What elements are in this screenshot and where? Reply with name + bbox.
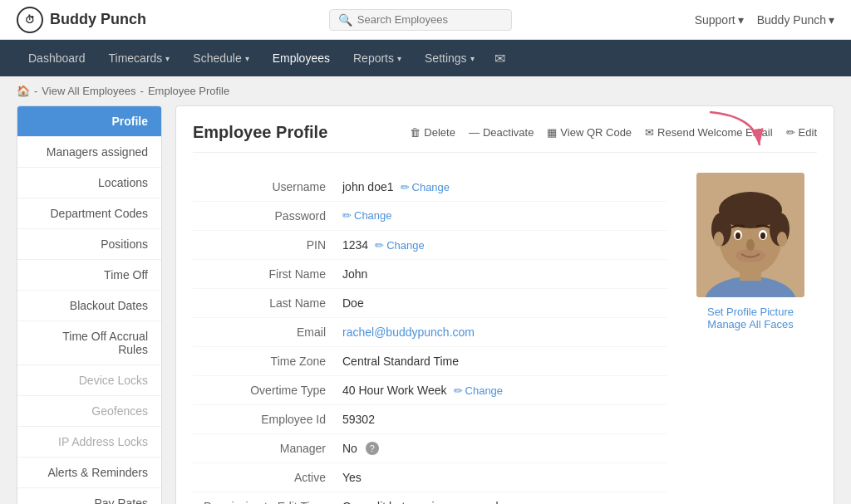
help-icon[interactable]: ? [366, 442, 379, 455]
edit-button[interactable]: ✏ Edit [786, 126, 817, 139]
password-change-link[interactable]: ✏ Change [342, 209, 392, 222]
main-layout: Profile Managers assigned Locations Depa… [0, 105, 851, 504]
logo: ⏱ Buddy Punch [17, 7, 146, 33]
profile-fields: Username john doe1 ✏ Change Password [193, 173, 667, 504]
svg-point-13 [735, 249, 765, 262]
resend-email-button[interactable]: ✉ Resend Welcome Email [645, 126, 772, 139]
overtime-change-link[interactable]: ✏ Change [454, 384, 504, 397]
svg-point-12 [746, 239, 755, 251]
svg-point-11 [760, 232, 765, 239]
field-first-name: First Name John [193, 260, 667, 289]
pencil-icon: ✏ [401, 181, 410, 193]
sidebar-item-profile[interactable]: Profile [17, 106, 161, 137]
sidebar-item-device-locks[interactable]: Device Locks [17, 365, 161, 396]
edit-icon: ✏ [786, 126, 795, 139]
view-qr-button[interactable]: ▦ View QR Code [547, 126, 632, 139]
field-manager: Manager No ? [193, 434, 667, 463]
svg-point-14 [714, 232, 724, 247]
profile-header: Employee Profile 🗑 Delete — Deactivate ▦… [193, 123, 817, 153]
deactivate-icon: — [469, 126, 480, 139]
search-input[interactable] [357, 13, 503, 26]
set-profile-picture-link[interactable]: Set Profile Picture [684, 306, 817, 318]
nav-bar: Dashboard Timecards▾ Schedule▾ Employees… [0, 40, 851, 76]
breadcrumb: 🏠 - View All Employees - Employee Profil… [0, 76, 851, 105]
svg-point-15 [777, 232, 787, 247]
chevron-down-icon: ▾ [165, 54, 170, 63]
top-links: Support ▾ Buddy Punch ▾ [695, 13, 834, 27]
sidebar-item-managers[interactable]: Managers assigned [17, 137, 161, 168]
chevron-down-icon: ▾ [470, 54, 475, 63]
pencil-icon: ✏ [454, 384, 463, 397]
sidebar-item-locations[interactable]: Locations [17, 168, 161, 198]
logo-text: Buddy Punch [50, 11, 146, 28]
profile-body: Username john doe1 ✏ Change Password [193, 173, 817, 504]
pencil-icon: ✏ [375, 239, 384, 252]
profile-title: Employee Profile [193, 123, 327, 142]
nav-timecards[interactable]: Timecards▾ [97, 40, 182, 76]
nav-schedule[interactable]: Schedule▾ [181, 40, 260, 76]
profile-actions: 🗑 Delete — Deactivate ▦ View QR Code ✉ R… [410, 126, 817, 139]
field-employee-id: Employee Id 59302 [193, 405, 667, 434]
pin-change-link[interactable]: ✏ Change [375, 239, 425, 252]
delete-button[interactable]: 🗑 Delete [410, 126, 455, 139]
field-email: Email rachel@buddypunch.com [193, 318, 667, 347]
breadcrumb-view-all[interactable]: View All Employees [42, 85, 135, 97]
sidebar-item-department-codes[interactable]: Department Codes [17, 198, 161, 229]
picture-links: Set Profile Picture Manage All Faces [684, 306, 817, 330]
field-pin: PIN 1234 ✏ Change [193, 231, 667, 260]
chevron-down-icon: ▾ [245, 54, 249, 63]
user-menu[interactable]: Buddy Punch ▾ [757, 13, 834, 27]
home-icon[interactable]: 🏠 [17, 85, 30, 97]
sidebar-item-time-off[interactable]: Time Off [17, 260, 161, 291]
nav-employees[interactable]: Employees [261, 40, 342, 76]
sidebar-item-positions[interactable]: Positions [17, 229, 161, 260]
field-active: Active Yes [193, 463, 667, 492]
sidebar-item-pay-rates[interactable]: Pay Rates [17, 488, 161, 504]
avatar [696, 173, 804, 297]
field-last-name: Last Name Doe [193, 289, 667, 318]
username-change-link[interactable]: ✏ Change [401, 181, 450, 193]
svg-point-10 [735, 232, 740, 239]
sidebar-item-accrual-rules[interactable]: Time Off Accrual Rules [17, 321, 161, 365]
chevron-down-icon: ▾ [397, 54, 401, 63]
field-username: Username john doe1 ✏ Change [193, 173, 667, 202]
email-value[interactable]: rachel@buddypunch.com [342, 325, 475, 339]
nav-settings[interactable]: Settings▾ [413, 40, 486, 76]
content-area: Employee Profile 🗑 Delete — Deactivate ▦… [175, 105, 834, 504]
field-timezone: Time Zone Central Standard Time [193, 347, 667, 376]
qr-icon: ▦ [547, 126, 557, 139]
field-edit-time-permission: Permission to Edit Time Can edit but req… [193, 492, 667, 504]
profile-picture-section: Set Profile Picture Manage All Faces [684, 173, 817, 504]
search-box[interactable]: 🔍 [329, 9, 512, 31]
search-icon: 🔍 [338, 13, 352, 27]
manage-all-faces-link[interactable]: Manage All Faces [684, 318, 817, 330]
chevron-down-icon: ▾ [738, 13, 744, 27]
sidebar-item-alerts[interactable]: Alerts & Reminders [17, 458, 161, 488]
sidebar-item-ip-locks[interactable]: IP Address Locks [17, 427, 161, 458]
sidebar: Profile Managers assigned Locations Depa… [17, 105, 162, 504]
sidebar-item-blackout-dates[interactable]: Blackout Dates [17, 291, 161, 321]
nav-reports[interactable]: Reports▾ [342, 40, 413, 76]
pencil-icon: ✏ [342, 209, 352, 222]
deactivate-button[interactable]: — Deactivate [469, 126, 534, 139]
top-bar: ⏱ Buddy Punch 🔍 Support ▾ Buddy Punch ▾ [0, 0, 851, 40]
nav-messages[interactable]: ✉ [486, 51, 514, 66]
sidebar-item-geofences[interactable]: Geofences [17, 396, 161, 427]
breadcrumb-current: Employee Profile [148, 85, 229, 97]
support-link[interactable]: Support ▾ [695, 13, 744, 27]
field-overtime-type: Overtime Type 40 Hour Work Week ✏ Change [193, 376, 667, 405]
nav-dashboard[interactable]: Dashboard [17, 40, 97, 76]
email-icon: ✉ [645, 126, 654, 139]
trash-icon: 🗑 [410, 126, 421, 139]
chevron-down-icon: ▾ [829, 13, 834, 27]
field-password: Password ✏ Change [193, 202, 667, 231]
logo-icon: ⏱ [17, 7, 43, 33]
